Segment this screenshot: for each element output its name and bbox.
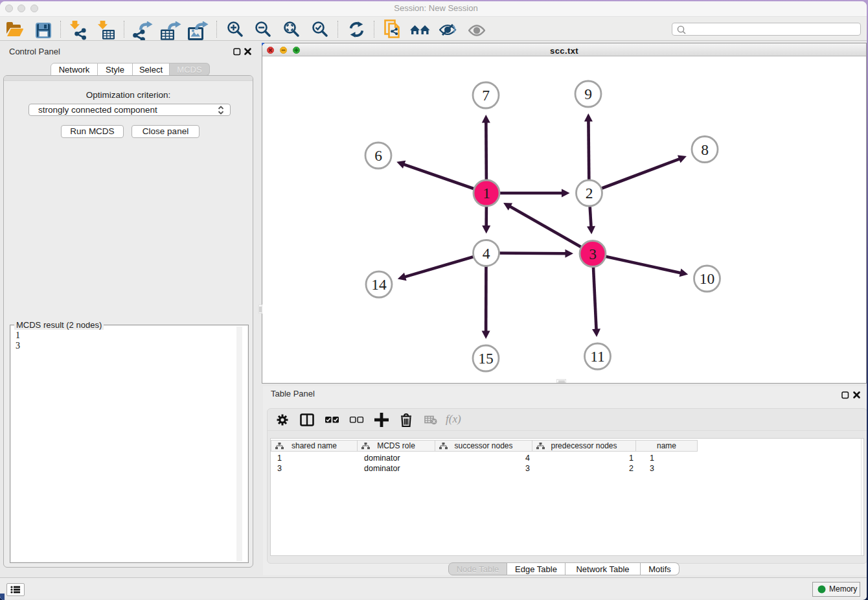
svg-text:14: 14 [371,276,387,293]
svg-text:2: 2 [586,185,593,202]
svg-text:4: 4 [483,245,490,262]
svg-text:8: 8 [701,141,709,158]
svg-text:1: 1 [483,185,490,202]
svg-text:11: 11 [590,348,605,365]
svg-text:15: 15 [478,350,494,367]
svg-text:f(x): f(x) [446,413,461,425]
svg-text:9: 9 [584,86,592,102]
svg-text:6: 6 [374,147,382,164]
svg-text:7: 7 [482,87,490,104]
svg-text:10: 10 [700,270,715,287]
svg-text:3: 3 [589,246,597,262]
